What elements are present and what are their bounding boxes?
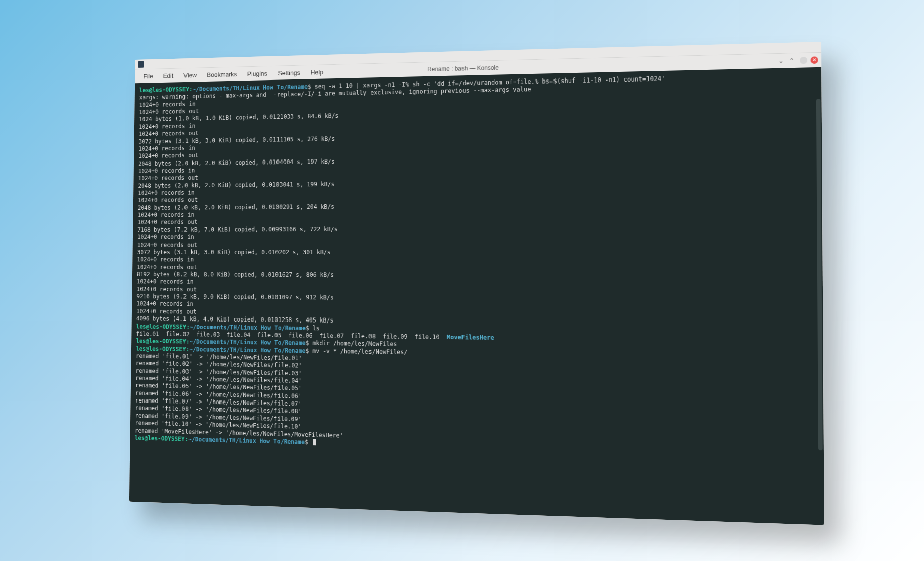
terminal-line: 3072 bytes (3.1 kB, 3.0 KiB) copied, 0.0… [137,249,817,257]
menu-edit[interactable]: Edit [158,72,179,79]
chevron-up-icon[interactable]: ⌃ [789,57,794,64]
menu-file[interactable]: File [138,72,158,80]
window-controls: ⌄ ⌃ ✕ [778,56,818,64]
terminal-line: 1024+0 records out [137,241,817,249]
minimize-button[interactable] [800,57,807,64]
konsole-window: File Edit View Bookmarks Plugins Setting… [129,42,824,525]
chevron-down-icon[interactable]: ⌄ [778,57,784,65]
menu-view[interactable]: View [178,71,202,79]
menu-settings[interactable]: Settings [272,69,305,77]
window-title: Rename : bash — Konsole [427,64,499,73]
menu-help[interactable]: Help [305,68,328,76]
menu-plugins[interactable]: Plugins [242,69,273,77]
close-button[interactable]: ✕ [811,56,818,64]
terminal-area[interactable]: les@les-ODYSSEY:~/Documents/TH/Linux How… [129,67,824,525]
app-icon [138,61,144,68]
menu-bookmarks[interactable]: Bookmarks [202,70,242,78]
